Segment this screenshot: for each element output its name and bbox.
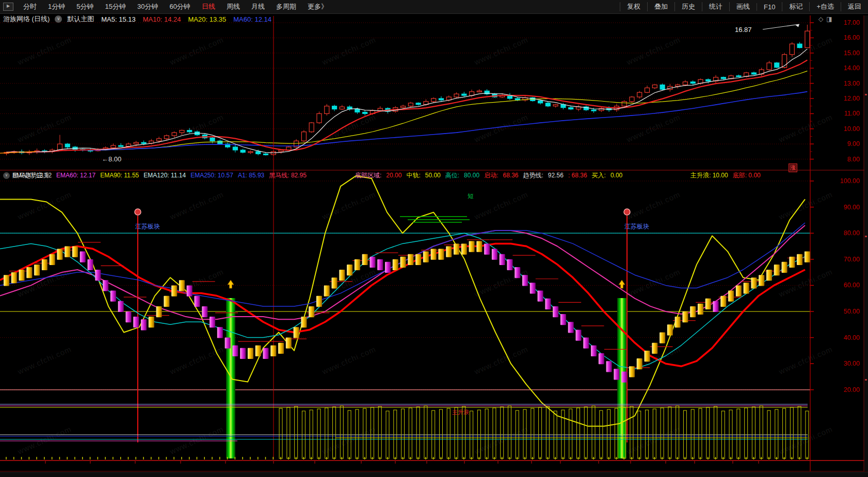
mini-hist-bar <box>325 408 328 458</box>
mini-hist-bar <box>668 407 671 458</box>
svg-text:11.00: 11.00 <box>844 110 860 117</box>
mini-hist-bar <box>775 409 778 458</box>
mini-hist-bar <box>798 406 801 458</box>
event-marker <box>135 209 141 215</box>
mini-hist-bar <box>287 407 290 458</box>
mini-hist-bar <box>356 409 359 458</box>
mini-hist-bar <box>607 409 610 458</box>
menu-period-5[interactable]: 60分钟 <box>164 2 196 11</box>
ind-mid-5: 80.00 <box>464 172 479 179</box>
scroll-mark <box>865 236 867 237</box>
mini-hist-bar <box>416 407 420 458</box>
mini-hist-bar <box>295 406 298 458</box>
svg-text:50.00: 50.00 <box>844 308 860 315</box>
right-scroll-strip[interactable] <box>864 15 868 471</box>
indicator-values-mid: 底部区域:20.00中轨:50.00高位:80.00启动:68.36趋势线:92… <box>355 171 622 180</box>
menu-tool-7[interactable]: +自选 <box>809 2 841 11</box>
mini-hist-bar <box>340 406 343 458</box>
limit-up-badge: 涨 <box>789 163 797 172</box>
buy-signal-green-bar <box>226 298 235 458</box>
menu-tool-6[interactable]: 标记 <box>782 2 809 11</box>
menu-tool-0[interactable]: 复权 <box>620 2 647 11</box>
ind-left-4: EMA250: 10.57 <box>190 172 233 179</box>
mini-hist-bar <box>646 410 649 458</box>
overlay-label[interactable]: 默认主图 <box>67 14 94 24</box>
ma-line <box>7 49 808 153</box>
mini-hist-bar <box>653 409 656 458</box>
stock-title: 游族网络 (日线) <box>3 14 50 24</box>
mini-hist-bar <box>706 407 710 458</box>
menu-period-2[interactable]: 5分钟 <box>71 2 99 11</box>
svg-text:9.00: 9.00 <box>847 140 860 147</box>
indicator-header: ∨ 黑马趋势主升 EMA30: 13.12EMA60: 12.17EMA90: … <box>0 171 868 180</box>
bottom-strip <box>0 472 868 477</box>
menu-tool-1[interactable]: 叠加 <box>647 2 674 11</box>
menu-tool-4[interactable]: 画线 <box>729 2 757 11</box>
menu-tool-8[interactable]: 返回 <box>841 2 868 11</box>
mini-hist-bar <box>310 410 313 458</box>
mini-hist-bar <box>317 409 320 458</box>
ind-mid-6: 启动: <box>484 171 498 180</box>
ind-left-2: EMA90: 11.55 <box>100 172 139 179</box>
ind-right-0: 主升浪: 10.00 <box>690 171 728 180</box>
menu-period-10[interactable]: 更多》 <box>302 2 333 11</box>
menu-period-9[interactable]: 多周期 <box>270 2 302 11</box>
svg-text:17.00: 17.00 <box>844 19 860 26</box>
ma-value-1: MA10: 14.24 <box>143 15 181 23</box>
menu-period-7[interactable]: 周线 <box>221 2 246 11</box>
mini-hist-bar <box>485 409 488 458</box>
menu-period-4[interactable]: 30分钟 <box>132 2 164 11</box>
svg-text:16.00: 16.00 <box>844 34 860 41</box>
ind-mid-4: 高位: <box>445 171 459 180</box>
mini-hist-bar <box>584 407 587 458</box>
mini-hist-bar <box>378 406 381 458</box>
indicator-values-right: 主升浪: 10.00底部: 0.00 <box>690 171 761 180</box>
mini-hist-bar <box>424 406 427 458</box>
price-annotation: ←8.00 <box>102 155 121 163</box>
ma-value-0: MA5: 15.13 <box>101 15 136 23</box>
mini-hist-bar <box>439 409 442 458</box>
ind-left-3: EMA120: 11.14 <box>143 172 186 179</box>
collapse-icon[interactable]: ∨ <box>3 172 10 179</box>
ind-mid-12: 0.00 <box>610 172 622 179</box>
short-label: 短 <box>468 192 474 200</box>
mini-hist-bar <box>592 406 595 458</box>
menu-period-1[interactable]: 1分钟 <box>42 2 71 11</box>
svg-text:15.00: 15.00 <box>844 50 860 57</box>
ma-values: MA5: 15.13MA10: 14.24MA20: 13.35MA60: 12… <box>101 15 271 23</box>
bottom-zone-label: 主升浪 <box>452 409 469 415</box>
mini-hist-bar <box>493 408 496 458</box>
menu-period-0[interactable]: 分时 <box>18 2 42 11</box>
menu-tool-5[interactable]: F10 <box>757 3 782 11</box>
menu-tool-3[interactable]: 统计 <box>702 2 729 11</box>
app-icon[interactable]: ▶ <box>3 3 13 11</box>
diamond-icon[interactable]: ◇ <box>818 15 826 23</box>
mini-hist-bar <box>752 407 755 458</box>
svg-text:30.00: 30.00 <box>844 360 860 367</box>
split-square-icon[interactable]: ◨ <box>826 15 835 23</box>
menu-period-8[interactable]: 月线 <box>246 2 270 11</box>
chevron-down-icon[interactable]: ∨ <box>55 15 62 23</box>
menu-period-6[interactable]: 日线 <box>196 2 221 11</box>
svg-text:10.00: 10.00 <box>844 125 860 133</box>
mini-hist-bar <box>745 408 748 458</box>
ind-mid-0: 底部区域: <box>355 171 381 180</box>
mini-hist-bar <box>737 409 740 458</box>
ma-value-3: MA60: 12.14 <box>233 15 271 23</box>
ind-mid-10: : 68.36 <box>568 172 587 179</box>
mini-hist-bar <box>546 406 549 458</box>
svg-text:70.00: 70.00 <box>844 256 860 263</box>
ind-left-6: 黑马线: 82.95 <box>269 171 307 180</box>
mini-hist-bar <box>676 406 679 458</box>
ind-mid-1: 20.00 <box>386 172 401 179</box>
indicator-line-cyan-mid <box>0 233 805 369</box>
mini-hist-bar <box>569 409 572 458</box>
ind-mid-9: 92.56 <box>548 172 564 179</box>
menu-period-3[interactable]: 15分钟 <box>99 2 131 11</box>
svg-text:12.00: 12.00 <box>844 95 860 102</box>
menu-tool-2[interactable]: 历史 <box>674 2 702 11</box>
event-label: 江苏板块 <box>624 223 649 230</box>
mini-hist-bar <box>409 408 412 458</box>
mini-hist-bar <box>523 409 526 458</box>
ma-value-2: MA20: 13.35 <box>188 15 227 23</box>
